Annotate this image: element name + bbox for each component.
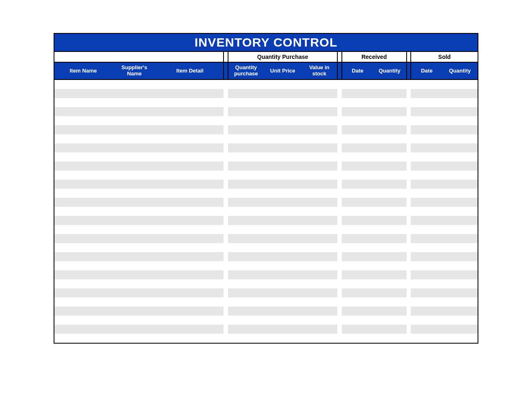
cell-received-quantity <box>373 279 407 288</box>
cell-item-name <box>54 152 112 162</box>
cell-gap <box>337 243 342 252</box>
cell-item-detail <box>157 288 224 297</box>
cell-suppliers-name <box>112 225 157 234</box>
cell-received-date <box>342 297 373 307</box>
cell-unit-price <box>264 270 301 279</box>
cell-quantity-purchase <box>228 279 264 288</box>
cell-gap <box>407 261 411 270</box>
cell-sold-quantity <box>442 225 478 234</box>
cell-value-in-stock <box>301 243 337 252</box>
cell-quantity-purchase <box>228 171 264 180</box>
cell-quantity-purchase <box>228 125 264 134</box>
cell-gap <box>337 234 342 243</box>
cell-received-date <box>342 334 373 343</box>
cell-value-in-stock <box>301 270 337 279</box>
cell-unit-price <box>264 152 301 162</box>
cell-received-date <box>342 134 373 143</box>
cell-received-quantity <box>373 107 407 116</box>
cell-sold-date <box>411 334 442 343</box>
table-row <box>54 297 478 307</box>
cell-received-date <box>342 198 373 207</box>
cell-suppliers-name <box>112 143 157 152</box>
cell-received-date <box>342 279 373 288</box>
cell-sold-quantity <box>442 216 478 225</box>
cell-gap <box>337 89 342 98</box>
cell-suppliers-name <box>112 207 157 216</box>
cell-sold-quantity <box>442 279 478 288</box>
cell-value-in-stock <box>301 216 337 225</box>
cell-gap <box>224 98 228 107</box>
cell-received-date <box>342 162 373 171</box>
cell-suppliers-name <box>112 261 157 270</box>
cell-item-name <box>54 162 112 171</box>
cell-value-in-stock <box>301 107 337 116</box>
cell-suppliers-name <box>112 189 157 198</box>
cell-gap <box>337 134 342 143</box>
cell-received-quantity <box>373 125 407 134</box>
cell-gap <box>407 116 411 125</box>
cell-gap <box>407 143 411 152</box>
cell-gap <box>224 270 228 279</box>
group-quantity-purchase: Quantity Purchase <box>228 52 337 62</box>
cell-quantity-purchase <box>228 180 264 189</box>
cell-item-detail <box>157 162 224 171</box>
cell-item-detail <box>157 134 224 143</box>
cell-quantity-purchase <box>228 189 264 198</box>
table-row <box>54 152 478 162</box>
cell-received-quantity <box>373 216 407 225</box>
cell-received-quantity <box>373 152 407 162</box>
cell-unit-price <box>264 125 301 134</box>
cell-gap <box>407 198 411 207</box>
cell-item-name <box>54 171 112 180</box>
cell-received-quantity <box>373 171 407 180</box>
cell-item-detail <box>157 297 224 307</box>
cell-sold-date <box>411 270 442 279</box>
cell-item-name <box>54 143 112 152</box>
cell-suppliers-name <box>112 134 157 143</box>
cell-quantity-purchase <box>228 162 264 171</box>
cell-gap <box>224 207 228 216</box>
cell-value-in-stock <box>301 189 337 198</box>
cell-unit-price <box>264 279 301 288</box>
cell-unit-price <box>264 189 301 198</box>
cell-gap <box>407 252 411 261</box>
col-item-name: Item Name <box>54 62 112 80</box>
cell-gap <box>224 234 228 243</box>
cell-quantity-purchase <box>228 243 264 252</box>
cell-received-date <box>342 252 373 261</box>
cell-sold-date <box>411 116 442 125</box>
cell-suppliers-name <box>112 116 157 125</box>
cell-unit-price <box>264 307 301 316</box>
cell-sold-date <box>411 180 442 189</box>
cell-received-quantity <box>373 207 407 216</box>
cell-sold-date <box>411 307 442 316</box>
cell-quantity-purchase <box>228 207 264 216</box>
col-unit-price: Unit Price <box>264 62 301 80</box>
cell-unit-price <box>264 225 301 234</box>
cell-received-quantity <box>373 243 407 252</box>
cell-gap <box>337 288 342 297</box>
cell-sold-quantity <box>442 134 478 143</box>
cell-gap <box>224 297 228 307</box>
cell-gap <box>407 134 411 143</box>
cell-quantity-purchase <box>228 325 264 334</box>
table-row <box>54 307 478 316</box>
cell-received-quantity <box>373 89 407 98</box>
cell-item-detail <box>157 107 224 116</box>
cell-unit-price <box>264 89 301 98</box>
cell-sold-quantity <box>442 98 478 107</box>
cell-gap <box>407 98 411 107</box>
cell-sold-date <box>411 134 442 143</box>
cell-sold-date <box>411 216 442 225</box>
cell-suppliers-name <box>112 334 157 343</box>
cell-item-name <box>54 225 112 234</box>
table-row <box>54 325 478 334</box>
cell-item-name <box>54 243 112 252</box>
cell-sold-quantity <box>442 116 478 125</box>
cell-suppliers-name <box>112 89 157 98</box>
table-row <box>54 162 478 171</box>
group-gap <box>337 52 342 62</box>
cell-sold-date <box>411 297 442 307</box>
cell-received-date <box>342 261 373 270</box>
cell-item-detail <box>157 225 224 234</box>
